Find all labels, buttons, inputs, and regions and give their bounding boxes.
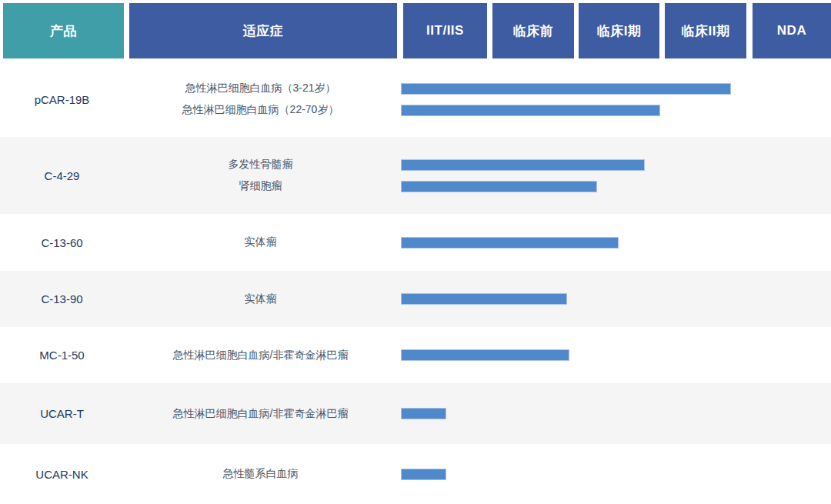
program-line: 实体瘤: [124, 232, 831, 253]
pipeline-row-ucar-nk: UCAR-NK 急性髓系白血病: [0, 444, 831, 504]
program-line: 急性髓系白血病: [124, 463, 831, 485]
pipeline-chart: 产品 适应症 IIT/IIS 临床前 临床I期 临床II期 NDA pCAR-1…: [0, 0, 831, 504]
progress-bar: [401, 159, 645, 171]
product-name: C-13-60: [0, 214, 124, 271]
pipeline-row-ucar-t: UCAR-T 急性淋巴细胞白血病/非霍奇金淋巴瘤: [0, 383, 831, 444]
product-name: MC-1-50: [0, 327, 124, 383]
product-name: pCAR-19B: [0, 62, 124, 137]
indication-label: 实体瘤: [124, 235, 397, 249]
product-name: UCAR-NK: [0, 444, 124, 504]
progress-bar: [401, 349, 569, 361]
progress-bar: [401, 469, 446, 480]
header-indication: 适应症: [129, 3, 397, 58]
pipeline-row-mc-1-50: MC-1-50 急性淋巴细胞白血病/非霍奇金淋巴瘤: [0, 327, 831, 383]
indication-label: 肾细胞瘤: [124, 179, 397, 193]
progress-bar: [401, 181, 597, 192]
header-stage-phase2: 临床II期: [665, 3, 746, 58]
program-line: 急性淋巴细胞白血病（22-70岁）: [124, 99, 831, 121]
progress-bar: [401, 105, 660, 116]
program-line: 多发性骨髓瘤: [124, 154, 831, 175]
program-line: 急性淋巴细胞白血病/非霍奇金淋巴瘤: [124, 403, 831, 425]
progress-bar: [401, 408, 446, 419]
header-product: 产品: [3, 3, 124, 58]
program-line: 急性淋巴细胞白血病/非霍奇金淋巴瘤: [124, 345, 831, 366]
indication-label: 急性淋巴细胞白血病（22-70岁）: [124, 103, 397, 117]
header-stage-iit-iis: IIT/IIS: [403, 3, 487, 58]
header-stage-nda: NDA: [753, 3, 831, 58]
pipeline-row-c-13-90: C-13-90 实体瘤: [0, 271, 831, 327]
pipeline-row-c-4-29: C-4-29 多发性骨髓瘤 肾细胞瘤: [0, 137, 831, 214]
program-line: 实体瘤: [124, 289, 831, 310]
indication-label: 急性淋巴细胞白血病（3-21岁）: [124, 82, 397, 95]
progress-bar: [401, 83, 731, 95]
pipeline-row-pcar-19b: pCAR-19B 急性淋巴细胞白血病（3-21岁） 急性淋巴细胞白血病（22-7…: [0, 62, 831, 137]
program-line: 急性淋巴细胞白血病（3-21岁）: [124, 78, 831, 99]
program-line: 肾细胞瘤: [124, 175, 831, 197]
product-name: UCAR-T: [0, 383, 124, 444]
header-stage-preclinical: 临床前: [492, 3, 574, 58]
indication-label: 急性淋巴细胞白血病/非霍奇金淋巴瘤: [124, 349, 397, 362]
indication-label: 多发性骨髓瘤: [124, 158, 397, 172]
pipeline-row-c-13-60: C-13-60 实体瘤: [0, 214, 831, 271]
progress-bar: [401, 237, 619, 249]
indication-label: 实体瘤: [124, 292, 397, 306]
progress-bar: [401, 293, 567, 305]
pipeline-rows: pCAR-19B 急性淋巴细胞白血病（3-21岁） 急性淋巴细胞白血病（22-7…: [0, 62, 831, 504]
product-name: C-4-29: [0, 137, 124, 214]
product-name: C-13-90: [0, 271, 124, 327]
header-stage-phase1: 临床I期: [579, 3, 659, 58]
indication-label: 急性淋巴细胞白血病/非霍奇金淋巴瘤: [124, 407, 397, 421]
indication-label: 急性髓系白血病: [124, 467, 397, 481]
header-row: 产品 适应症 IIT/IIS 临床前 临床I期 临床II期 NDA: [3, 3, 831, 58]
